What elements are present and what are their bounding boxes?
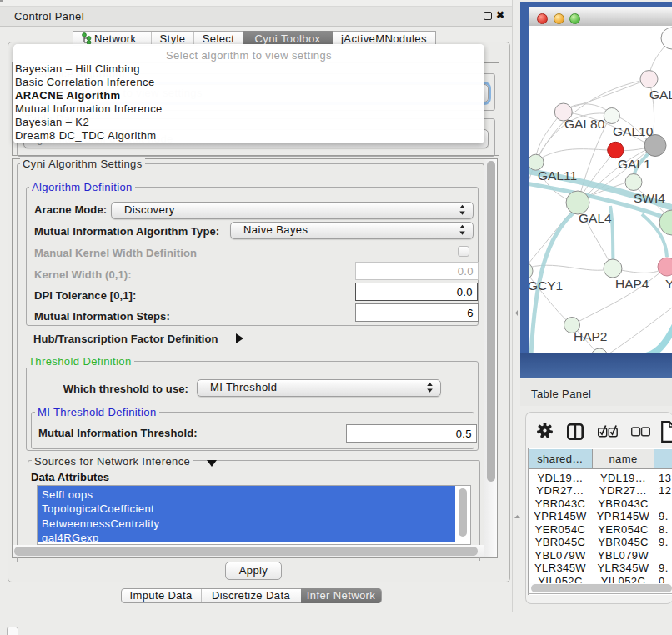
svg-text:HAP4: HAP4 <box>615 277 649 291</box>
svg-text:YM: YM <box>665 277 672 291</box>
svg-text:GAL2: GAL2 <box>649 88 672 102</box>
svg-text:GCY1: GCY1 <box>529 278 563 292</box>
svg-text:GAL4: GAL4 <box>579 211 612 225</box>
svg-text:GAL10: GAL10 <box>613 124 654 138</box>
svg-text:SWI4: SWI4 <box>634 191 665 205</box>
svg-text:GAL1: GAL1 <box>618 157 651 171</box>
svg-text:GAL11: GAL11 <box>538 168 577 182</box>
svg-text:GAL80: GAL80 <box>564 117 605 131</box>
svg-text:HAP2: HAP2 <box>574 329 608 343</box>
